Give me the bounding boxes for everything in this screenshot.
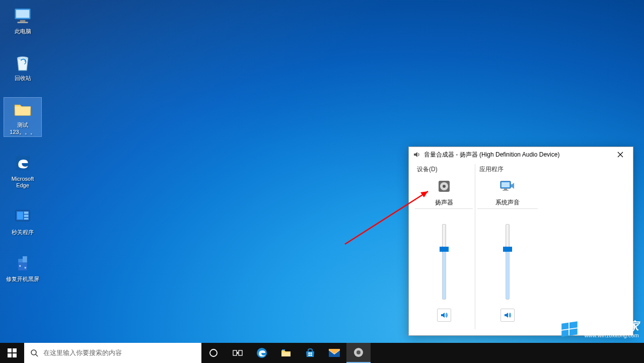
desktop-icon-label: Microsoft Edge bbox=[5, 176, 40, 189]
svg-rect-2 bbox=[20, 20, 26, 22]
slider-thumb[interactable] bbox=[503, 247, 512, 252]
desktop-icon-repair-boot[interactable]: 修复开机黑屏 bbox=[4, 252, 41, 283]
windows-logo-icon bbox=[8, 348, 17, 357]
desktop-icon-folder-test[interactable]: 测试123。。。 bbox=[4, 98, 41, 136]
svg-point-19 bbox=[443, 185, 446, 188]
svg-rect-26 bbox=[562, 323, 569, 330]
slider-thumb[interactable] bbox=[440, 247, 449, 252]
svg-rect-27 bbox=[569, 321, 578, 328]
svg-rect-37 bbox=[233, 350, 237, 355]
taskbar-app-store[interactable] bbox=[298, 343, 322, 363]
volume-icon bbox=[413, 151, 421, 159]
svg-rect-38 bbox=[239, 350, 242, 355]
taskbar-app-mail[interactable] bbox=[322, 343, 346, 363]
watermark-url: www.win10xitong.com bbox=[584, 332, 639, 338]
svg-rect-1 bbox=[16, 10, 29, 18]
sound-on-icon bbox=[440, 311, 448, 319]
empty-app-columns bbox=[538, 164, 627, 329]
desktop-icon-this-pc[interactable]: 此电脑 bbox=[4, 4, 41, 36]
svg-rect-41 bbox=[281, 352, 291, 356]
system-sounds-label: 系统声音 bbox=[495, 198, 520, 207]
desktop-icon-edge[interactable]: Microsoft Edge bbox=[4, 152, 41, 190]
cortana-button[interactable] bbox=[201, 343, 226, 363]
volume-mixer-title-text: 音量合成器 - 扬声器 (High Definition Audio Devic… bbox=[424, 151, 610, 159]
watermark-title: Win10之家 bbox=[584, 320, 639, 332]
device-speaker-button[interactable] bbox=[437, 177, 452, 195]
desktop-icon-label: 回收站 bbox=[15, 75, 31, 82]
svg-point-15 bbox=[19, 265, 21, 267]
svg-rect-44 bbox=[311, 352, 312, 354]
task-view-button[interactable] bbox=[226, 343, 250, 363]
device-mute-button[interactable] bbox=[437, 309, 451, 322]
store-icon bbox=[305, 347, 316, 358]
start-button[interactable] bbox=[0, 343, 24, 363]
svg-point-49 bbox=[356, 350, 361, 354]
svg-rect-39 bbox=[237, 352, 238, 354]
win10-logo-icon bbox=[559, 319, 580, 340]
svg-rect-9 bbox=[24, 212, 29, 214]
search-placeholder: 在这里输入你要搜索的内容 bbox=[43, 348, 122, 357]
svg-rect-29 bbox=[569, 328, 578, 335]
system-sounds-button[interactable] bbox=[499, 177, 516, 195]
svg-rect-32 bbox=[8, 353, 12, 357]
desktop-icon-recycle-bin[interactable]: 回收站 bbox=[4, 51, 41, 83]
system-sounds-mute-button[interactable] bbox=[500, 309, 515, 322]
svg-rect-42 bbox=[282, 349, 285, 350]
apps-header: 应用程序 bbox=[477, 164, 504, 177]
svg-rect-13 bbox=[18, 259, 23, 263]
watermark: Win10之家 www.win10xitong.com bbox=[559, 319, 639, 340]
svg-point-34 bbox=[31, 350, 36, 355]
divider bbox=[477, 208, 538, 209]
desktop-icon-shutdown-util[interactable]: 秒关程序 bbox=[4, 205, 41, 237]
speaker-device-icon bbox=[437, 179, 452, 194]
svg-rect-30 bbox=[8, 348, 12, 352]
svg-rect-8 bbox=[17, 212, 23, 220]
svg-rect-43 bbox=[309, 352, 310, 354]
svg-line-35 bbox=[36, 354, 38, 356]
svg-rect-46 bbox=[311, 354, 312, 356]
taskbar: 在这里输入你要搜索的内容 bbox=[0, 343, 644, 363]
shutdown-util-icon bbox=[12, 206, 33, 227]
search-icon bbox=[30, 349, 38, 357]
device-header: 设备(D) bbox=[415, 164, 438, 177]
task-view-icon bbox=[233, 349, 243, 357]
system-sounds-icon bbox=[499, 179, 516, 193]
sound-on-icon bbox=[504, 311, 512, 319]
desktop-icon-label: 测试123。。。 bbox=[5, 122, 40, 135]
close-button[interactable] bbox=[610, 148, 631, 162]
svg-rect-45 bbox=[309, 354, 310, 356]
svg-rect-23 bbox=[503, 190, 509, 191]
svg-rect-11 bbox=[24, 218, 29, 220]
svg-rect-33 bbox=[13, 353, 17, 357]
svg-rect-10 bbox=[24, 215, 29, 217]
divider bbox=[415, 208, 473, 209]
file-explorer-icon bbox=[280, 348, 292, 358]
cortana-icon bbox=[209, 348, 218, 357]
system-sounds-volume-slider[interactable] bbox=[500, 224, 515, 300]
taskbar-app-explorer[interactable] bbox=[274, 343, 298, 363]
device-volume-slider[interactable] bbox=[437, 224, 451, 300]
edge-icon bbox=[256, 347, 268, 359]
svg-rect-22 bbox=[504, 189, 507, 190]
desktop-icons: 此电脑 回收站 测试123。。。 Microsoft Edge bbox=[4, 4, 41, 284]
folder-icon bbox=[12, 99, 33, 120]
svg-rect-3 bbox=[18, 22, 28, 23]
desktop-icon-label: 修复开机黑屏 bbox=[6, 276, 39, 282]
repair-icon bbox=[12, 253, 33, 274]
volume-mixer-titlebar[interactable]: 音量合成器 - 扬声器 (High Definition Audio Devic… bbox=[409, 147, 633, 162]
slider-fill bbox=[443, 249, 446, 299]
taskbar-search-box[interactable]: 在这里输入你要搜索的内容 bbox=[24, 343, 201, 363]
svg-point-16 bbox=[25, 267, 27, 269]
volume-mixer-window: 音量合成器 - 扬声器 (High Definition Audio Devic… bbox=[408, 147, 633, 336]
app-column-system-sounds: 应用程序 系统声音 bbox=[477, 164, 538, 329]
close-icon bbox=[617, 152, 623, 158]
taskbar-app-edge[interactable] bbox=[250, 343, 274, 363]
recycle-bin-icon bbox=[12, 52, 33, 73]
speaker-app-icon bbox=[353, 347, 364, 358]
taskbar-app-volume-mixer[interactable] bbox=[346, 343, 371, 363]
svg-rect-31 bbox=[13, 348, 17, 352]
edge-icon bbox=[12, 153, 33, 174]
volume-mixer-body: 设备(D) 扬声器 bbox=[409, 162, 633, 335]
svg-point-36 bbox=[210, 349, 217, 356]
slider-fill bbox=[506, 249, 509, 299]
